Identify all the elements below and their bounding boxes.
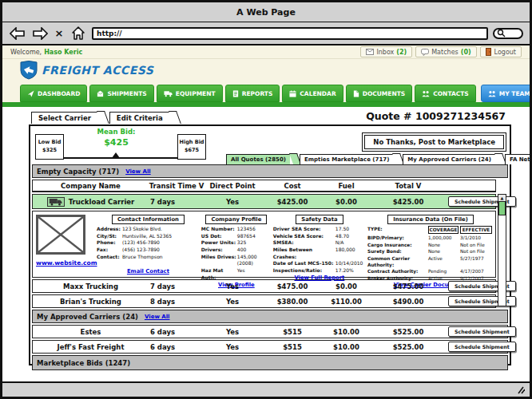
carrier-name: Truckload Carrier <box>69 198 135 206</box>
scrollbar-up-icon[interactable]: ▲ <box>498 195 506 202</box>
contact-value: (123) 456-7890 <box>122 239 200 247</box>
contact-label: City/St: <box>97 233 122 240</box>
nav-equipment[interactable]: EQUIPMENT <box>157 85 223 102</box>
profile-value: 123456 <box>237 226 272 233</box>
carrier-total: $525.00 <box>368 343 448 351</box>
empty-capacity-section-bar: Empty Capacity (717) View All <box>32 164 508 178</box>
mean-bid: Mean Bid: $425 <box>86 128 146 148</box>
truck-icon <box>164 90 173 97</box>
scrollbar-thumb[interactable] <box>498 202 506 215</box>
approved-carriers-section-bar: My Approved Carriers (24) View All <box>32 310 508 323</box>
post-to-marketplace-button[interactable]: No Thanks, Post to Marketplace <box>362 132 506 152</box>
contact-label: Fax: <box>97 247 122 254</box>
schedule-shipment-button[interactable]: Schedule Shipment <box>448 342 516 352</box>
table-row-brians-trucking[interactable]: Brian's Trucking 8 days Yes $380.00 $110… <box>32 294 496 308</box>
insurance-effective: 5/27/1977 <box>460 255 494 269</box>
bid-slider-marker[interactable] <box>112 152 120 158</box>
matches-label: Matches <box>431 49 459 56</box>
col-total[interactable]: Total V <box>368 182 448 190</box>
logout-button[interactable]: Logout <box>480 46 522 57</box>
welcome-bar: Welcome, Haso Keric Inbox (2) Matches (0… <box>2 45 530 59</box>
insurance-data-panel: Insurance Data (On File) TYPE: COVERAGE … <box>367 215 494 275</box>
nav-reports[interactable]: REPORTS <box>225 85 280 102</box>
inbox-button[interactable]: Inbox (2) <box>360 46 412 57</box>
high-bid-value: $675 <box>185 147 199 155</box>
profile-label: Haz Mat Auth: <box>201 267 237 281</box>
insurance-label: Contract Authority: <box>367 268 428 275</box>
safety-data-panel: Safety Data Driver SEA Score:17.50 Vehic… <box>273 215 366 275</box>
safety-label: SMSEA: <box>273 239 335 247</box>
approved-carriers-view-all-link[interactable]: View All <box>145 314 170 320</box>
company-profile-title: Company Profile <box>205 215 267 224</box>
quote-filter-tabs: All Quotes (2850) Empties Marketplace (7… <box>226 154 532 164</box>
nav-dashboard[interactable]: DASHBOARD <box>20 85 87 102</box>
website-link[interactable]: www.website.com <box>36 259 97 267</box>
url-input[interactable] <box>92 27 488 40</box>
mean-bid-value: $425 <box>86 137 146 148</box>
image-placeholder <box>36 215 85 255</box>
empty-capacity-view-all-link[interactable]: View All <box>125 168 151 175</box>
nav-my-team[interactable]: MY TEAM <box>481 85 532 102</box>
team-icon <box>488 90 496 97</box>
profile-value: 400 <box>237 247 272 254</box>
schedule-shipment-button[interactable]: Schedule Shipment <box>448 326 516 337</box>
status-bar <box>2 381 530 397</box>
table-row-truckload-carrier[interactable]: Truckload Carrier 7 days Yes $425.00 $0.… <box>32 194 496 209</box>
report-icon <box>232 90 239 97</box>
col-direct-point[interactable]: Direct Point <box>204 182 260 190</box>
safety-value: 17.50 <box>335 226 366 233</box>
insurance-label: Broker Authority: <box>367 275 428 282</box>
tab-edit-criteria[interactable]: Edit Criteria <box>109 112 169 124</box>
insurance-coverage: Pending <box>428 268 460 275</box>
company-profile-panel: Company Profile MC Number:123456 US Dot:… <box>201 215 272 275</box>
approved-carriers-table: Estes 6 days Yes $515 $10.00 $525.00 Sch… <box>32 325 508 354</box>
carrier-fuel: $110.00 <box>324 298 368 306</box>
carrier-direct: Yes <box>204 282 260 290</box>
email-contact-link[interactable]: Email Contact <box>127 268 169 275</box>
table-row-jeffs-fast-freight[interactable]: Jeff's Fast Freight 6 days Yes $515 $10.… <box>32 340 508 354</box>
calendar-icon <box>289 90 296 97</box>
nav-contacts[interactable]: CONTACTS <box>415 85 476 102</box>
col-company-name[interactable]: Company Name <box>33 182 149 190</box>
tab-all-quotes[interactable]: All Quotes (2850) <box>226 154 290 164</box>
table-header-row: Company Name Transit Time V Direct Point… <box>32 180 496 192</box>
vertical-scrollbar[interactable]: ▲ <box>498 194 506 306</box>
carrier-direct: Yes <box>204 198 260 206</box>
nav-calendar[interactable]: CALENDAR <box>282 85 343 102</box>
contact-information-panel: Contact Information Address:123 Skokie B… <box>97 215 200 275</box>
col-fuel[interactable]: Fuel <box>324 182 368 190</box>
logout-label: Logout <box>494 49 516 56</box>
back-icon[interactable] <box>9 26 26 41</box>
tab-select-carrier[interactable]: Select Carrier <box>31 112 97 124</box>
contact-value: Huntsville, AL 52365 <box>122 233 200 240</box>
nav-documents[interactable]: DOCUMENTS <box>346 85 413 102</box>
brand-name: FREIGHT ACCESS <box>42 64 153 77</box>
nav-shipments[interactable]: SHIPMENTS <box>89 85 153 102</box>
home-icon[interactable] <box>69 26 87 41</box>
tab-my-approved-carriers[interactable]: My Approved Carriers (24) <box>403 154 495 164</box>
matches-count: (0) <box>461 49 471 56</box>
dashboard-icon <box>27 90 34 97</box>
stop-icon[interactable]: × <box>54 27 65 39</box>
table-row-estes[interactable]: Estes 6 days Yes $515 $10.00 $525.00 Sch… <box>32 325 508 338</box>
tab-fa-network[interactable]: FA Network (1247) <box>505 154 532 164</box>
forward-icon[interactable] <box>31 26 49 41</box>
carrier-cost: $475.00 <box>260 282 324 290</box>
matches-button[interactable]: Matches (0) <box>415 46 476 57</box>
contact-value: (456) 123-7890 <box>122 247 200 254</box>
envelope-icon <box>366 49 374 55</box>
resize-handle-icon[interactable] <box>515 386 525 394</box>
carrier-transit: 8 days <box>149 298 204 306</box>
col-cost[interactable]: Cost <box>260 182 324 190</box>
package-icon <box>97 90 104 97</box>
insurance-coverage: Active <box>428 255 460 269</box>
col-transit-time[interactable]: Transit Time V <box>149 182 204 190</box>
carrier-cost: $515 <box>260 328 324 336</box>
view-full-report-link[interactable]: View Full Report <box>294 275 344 282</box>
tab-empties-marketplace[interactable]: Empties Marketplace (717) <box>300 154 393 164</box>
table-row-maxx-trucking[interactable]: Maxx Trucking 7 days Yes $475.00 $0.00 $… <box>32 279 496 293</box>
carrier-total: $475.00 <box>368 282 448 290</box>
insurance-label: BIPD/Primary: <box>367 235 428 241</box>
search-pill[interactable] <box>493 28 523 39</box>
carrier-cost: $425.00 <box>260 198 324 206</box>
